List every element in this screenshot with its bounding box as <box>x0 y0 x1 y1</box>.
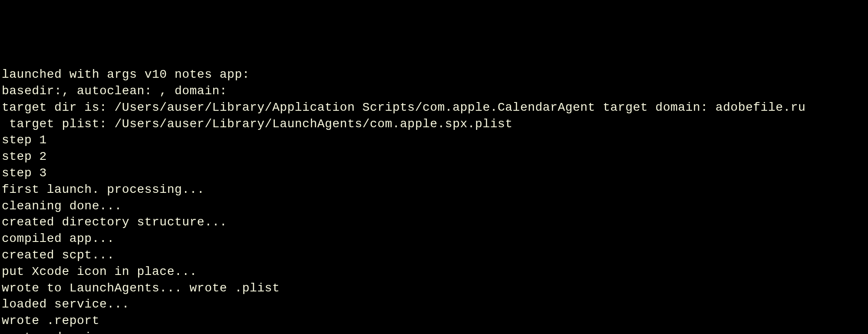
terminal-line: compiled app... <box>2 231 866 247</box>
terminal-line: loaded service... <box>2 296 866 313</box>
terminal-line: wrote .domain <box>2 329 866 334</box>
terminal-line: step 1 <box>2 132 866 149</box>
terminal-line: first launch. processing... <box>2 182 866 198</box>
terminal-line: launched with args v10 notes app: <box>2 66 866 83</box>
terminal-line: wrote .report <box>2 313 866 329</box>
terminal-output: launched with args v10 notes app:basedir… <box>2 66 866 334</box>
terminal-line: created directory structure... <box>2 214 866 231</box>
terminal-line: step 3 <box>2 165 866 182</box>
terminal-line: target plist: /Users/auser/Library/Launc… <box>2 116 866 132</box>
terminal-line: wrote to LaunchAgents... wrote .plist <box>2 280 866 297</box>
terminal-line: cleaning done... <box>2 198 866 215</box>
terminal-line: target dir is: /Users/auser/Library/Appl… <box>2 99 866 116</box>
terminal-line: put Xcode icon in place... <box>2 264 866 280</box>
terminal-line: basedir:, autoclean: , domain: <box>2 83 866 99</box>
terminal-line: step 2 <box>2 149 866 165</box>
terminal-line: created scpt... <box>2 247 866 264</box>
